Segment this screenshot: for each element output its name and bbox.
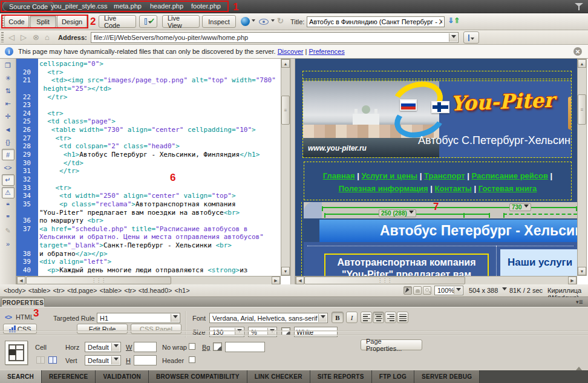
code-line[interactable]: Хельсинки и обратно. Цены и места отправ… bbox=[16, 233, 281, 241]
format-source-code-icon[interactable]: ✎ bbox=[2, 225, 15, 237]
site-nav-link[interactable]: Гостевая книга bbox=[479, 184, 537, 193]
code-hscroll-thumb[interactable]: ⋮⋮⋮ bbox=[26, 277, 171, 284]
results-tab-link-checker[interactable]: LINK CHECKER bbox=[247, 370, 310, 383]
code-line[interactable]: cellspacing="0"> bbox=[16, 60, 281, 68]
tag-selector-item[interactable]: <tr> bbox=[124, 287, 136, 294]
code-line[interactable]: 23 bbox=[16, 101, 281, 110]
site-nav-link[interactable]: Контакты bbox=[435, 184, 472, 193]
design-vscroll-thumb[interactable]: ≡ bbox=[578, 94, 586, 125]
preview-in-browser-icon[interactable] bbox=[241, 17, 250, 26]
column-width-bar-right[interactable] bbox=[503, 214, 577, 215]
panel-collapse-icon[interactable] bbox=[576, 364, 582, 370]
code-line[interactable]: 31 </tr> bbox=[16, 167, 281, 175]
scroll-down-icon[interactable]: ▼ bbox=[281, 267, 290, 275]
site-nav-link[interactable]: Полезная информация bbox=[339, 184, 428, 193]
properties-tab[interactable]: PROPERTIES bbox=[1, 298, 45, 307]
title-input[interactable] bbox=[307, 16, 445, 27]
code-line[interactable]: 26 <table width="730" align="center" cel… bbox=[16, 126, 281, 134]
code-line[interactable]: 30 </td> bbox=[16, 159, 281, 168]
design-horizontal-scrollbar[interactable]: ◀ ⋮⋮⋮ ▶ bbox=[295, 276, 577, 285]
address-input[interactable]: file:///E|/WebServers/home/you-piter/www… bbox=[91, 32, 459, 43]
site-header-image[interactable]: www.you-piter.ru You-Piter Автобус С.Пет… bbox=[302, 80, 572, 158]
code-line[interactable]: 29 <h1>Автобус Петербург - Хельсинки, Фи… bbox=[16, 151, 281, 159]
infobar-close-icon[interactable]: ✕ bbox=[573, 47, 582, 56]
home-icon[interactable]: ⌂ bbox=[45, 33, 50, 42]
tag-selector-item[interactable]: <body> bbox=[4, 287, 26, 294]
highlight-invalid-code-icon[interactable]: <> bbox=[2, 162, 15, 173]
services-box[interactable]: Наши услуги bbox=[500, 249, 577, 276]
results-tab-site-reports[interactable]: SITE REPORTS bbox=[310, 370, 372, 383]
code-line[interactable]: height="25"></td> bbox=[16, 85, 281, 93]
merge-cells-icon[interactable] bbox=[36, 356, 45, 364]
select-tool-button[interactable] bbox=[403, 286, 412, 295]
page-heading-bar[interactable]: Автобус Петербург - Хельсин bbox=[319, 220, 577, 242]
site-nav-link[interactable]: Транспорт bbox=[424, 171, 465, 180]
cell-width-input[interactable] bbox=[134, 342, 157, 352]
promo-box[interactable]: Автотранспортная компания "You-Piter" пр… bbox=[324, 254, 489, 276]
align-left-button[interactable] bbox=[361, 312, 372, 323]
html-mode-button[interactable]: <> HTML bbox=[5, 313, 34, 321]
code-line[interactable]: 28 <td colspan="2" class="head0"> bbox=[16, 142, 281, 151]
scroll-right-icon[interactable]: ▶ bbox=[568, 277, 577, 284]
code-line[interactable]: 21 <td><img src="images/page_top.png" al… bbox=[16, 76, 281, 85]
tag-selector-item[interactable]: <td.page> bbox=[67, 287, 97, 294]
italic-button[interactable]: I bbox=[346, 312, 358, 323]
cell-height-input[interactable] bbox=[134, 355, 157, 365]
tag-selector-item[interactable]: <table> bbox=[100, 287, 122, 294]
file-list-button[interactable] bbox=[463, 31, 479, 44]
hand-tool-button[interactable] bbox=[413, 286, 422, 295]
address-dropdown-icon[interactable] bbox=[449, 33, 457, 42]
code-line[interactable]: 24 <tr> bbox=[16, 110, 281, 118]
scroll-up-icon[interactable]: ▲ bbox=[578, 59, 586, 68]
no-wrap-checkbox[interactable] bbox=[189, 343, 195, 350]
code-navigator-icon[interactable]: ✳ bbox=[2, 73, 15, 84]
syntax-error-alerts-icon[interactable]: ⚠ bbox=[2, 187, 15, 198]
column-width-label-250[interactable]: 250 (288) bbox=[379, 209, 416, 217]
select-parent-tag-icon[interactable]: ◄ bbox=[2, 123, 15, 135]
align-right-button[interactable] bbox=[385, 312, 396, 323]
visual-aids-eye-icon[interactable] bbox=[259, 19, 269, 25]
preferences-link[interactable]: Preferences bbox=[309, 48, 344, 55]
code-line[interactable]: 25 <td class="page"> bbox=[16, 117, 281, 126]
table-width-label-730[interactable]: 730 bbox=[509, 203, 531, 211]
code-line[interactable]: 27 <tr> bbox=[16, 134, 281, 143]
refresh-icon[interactable]: ↻ bbox=[277, 16, 284, 25]
page-properties-button[interactable]: Page Properties... bbox=[361, 339, 422, 350]
code-line[interactable]: 35 <p class="reclama">Автотранспортная к… bbox=[16, 200, 281, 209]
code-vscroll-thumb[interactable]: ≡ bbox=[281, 96, 290, 125]
code-line[interactable]: 20 <tr> bbox=[16, 68, 281, 77]
address-bar-grip[interactable] bbox=[1, 32, 4, 42]
tag-selector-item[interactable]: <tr> bbox=[53, 287, 65, 294]
scroll-up-icon[interactable]: ▲ bbox=[281, 59, 290, 68]
window-size-select[interactable]: 504 x 388 bbox=[469, 287, 507, 294]
apply-comment-icon[interactable]: ❝ bbox=[2, 200, 15, 211]
open-documents-icon[interactable]: ❐ bbox=[2, 60, 15, 71]
code-line[interactable]: 32 bbox=[16, 175, 281, 184]
bold-button[interactable]: B bbox=[332, 312, 344, 323]
magnification-select[interactable]: 100% bbox=[434, 286, 463, 295]
collapse-selection-icon[interactable]: ⇤ bbox=[2, 98, 15, 110]
code-line[interactable]: 36по маршруту <br> bbox=[16, 217, 281, 225]
remove-comment-icon[interactable]: ❞ bbox=[2, 212, 15, 224]
edit-rule-button[interactable]: Edit Rule bbox=[77, 324, 128, 334]
results-tab-validation[interactable]: VALIDATION bbox=[96, 370, 149, 383]
justify-button[interactable] bbox=[397, 312, 408, 323]
stop-icon[interactable]: ⊗ bbox=[33, 33, 39, 42]
site-nav-link[interactable]: Услуги и цены bbox=[362, 171, 418, 180]
forward-icon[interactable]: ▷ bbox=[21, 33, 27, 42]
code-view[interactable]: cellspacing="0">20 <tr>21 <td><img src="… bbox=[16, 60, 281, 275]
css-panel-button[interactable]: CSS Panel bbox=[131, 324, 181, 334]
results-tab-ftp-log[interactable]: FTP LOG bbox=[372, 370, 414, 383]
code-design-splitter[interactable] bbox=[290, 59, 295, 284]
split-cell-icon[interactable] bbox=[48, 356, 57, 364]
code-line[interactable]: 39<div align="left"> bbox=[16, 258, 281, 266]
table-width-bar-730[interactable] bbox=[322, 207, 577, 208]
code-line[interactable]: 22 </tr> bbox=[16, 93, 281, 102]
code-line[interactable]: "You-Piter" предлагает вам поездки на ав… bbox=[16, 209, 281, 217]
site-nav-link[interactable]: Расписание рейсов bbox=[472, 171, 548, 180]
line-numbers-icon[interactable]: # bbox=[2, 149, 15, 160]
css-mode-button[interactable]: CSS bbox=[3, 324, 37, 334]
expand-all-icon[interactable]: ✛ bbox=[2, 111, 15, 122]
live-code-button[interactable]: Live Code bbox=[99, 15, 136, 28]
scroll-right-icon[interactable]: ▶ bbox=[272, 277, 280, 284]
